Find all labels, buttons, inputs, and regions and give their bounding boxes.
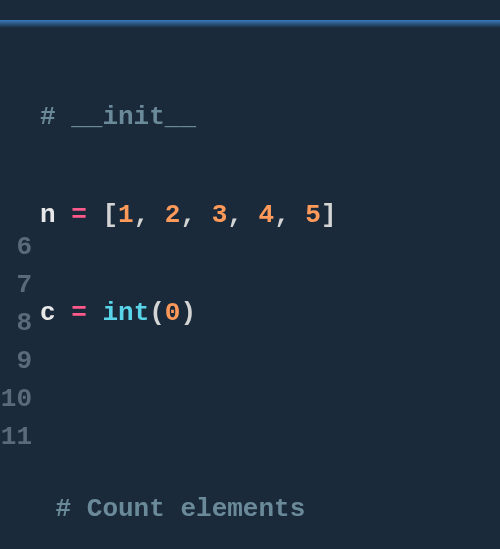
line-number: 8 bbox=[0, 304, 32, 342]
line-number: 6 bbox=[0, 228, 32, 266]
code-content[interactable]: # __init__ n = [1, 2, 3, 4, 5] c = int(0… bbox=[40, 38, 500, 549]
line-number: 11 bbox=[0, 418, 32, 456]
comma: , bbox=[180, 200, 211, 230]
code-line[interactable]: n = [1, 2, 3, 4, 5] bbox=[40, 196, 500, 234]
line-number: 9 bbox=[0, 342, 32, 380]
num: 4 bbox=[259, 200, 275, 230]
bracket-close: ] bbox=[321, 200, 337, 230]
code-line-blank[interactable] bbox=[40, 392, 500, 430]
code-line[interactable]: # __init__ bbox=[40, 98, 500, 136]
code-line[interactable]: # Count elements bbox=[40, 490, 500, 528]
code-line[interactable]: c = int(0) bbox=[40, 294, 500, 332]
paren-close: ) bbox=[180, 298, 196, 328]
code-editor[interactable]: 6 7 8 9 10 11 # __init__ n = [1, 2, 3, 4… bbox=[0, 38, 500, 549]
num: 1 bbox=[118, 200, 134, 230]
num: 3 bbox=[212, 200, 228, 230]
paren-open: ( bbox=[149, 298, 165, 328]
line-gutter: 6 7 8 9 10 11 bbox=[0, 38, 40, 549]
int-fn: int bbox=[102, 298, 149, 328]
comment-text: # __init__ bbox=[40, 102, 196, 132]
comma: , bbox=[274, 200, 305, 230]
comment-text: # Count elements bbox=[56, 494, 306, 524]
comma: , bbox=[227, 200, 258, 230]
num-zero: 0 bbox=[165, 298, 181, 328]
num: 5 bbox=[305, 200, 321, 230]
var-n: n bbox=[40, 200, 56, 230]
window-top-edge bbox=[0, 20, 500, 28]
var-c: c bbox=[40, 298, 56, 328]
assign-op: = bbox=[56, 298, 103, 328]
num: 2 bbox=[165, 200, 181, 230]
assign-op: = bbox=[56, 200, 103, 230]
line-number: 10 bbox=[0, 380, 32, 418]
bracket-open: [ bbox=[102, 200, 118, 230]
line-number: 7 bbox=[0, 266, 32, 304]
comma: , bbox=[134, 200, 165, 230]
